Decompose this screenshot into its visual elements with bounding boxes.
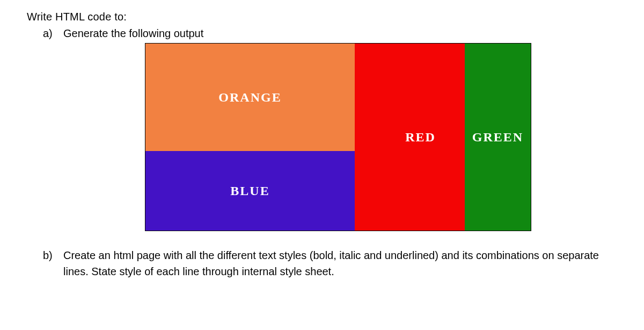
- green-cell: GREEN: [465, 44, 531, 231]
- sub-text-b: Create an html page with all the differe…: [63, 247, 617, 279]
- blue-label: BLUE: [230, 184, 269, 198]
- question-intro: Write HTML code to:: [27, 11, 617, 23]
- sub-item-b: b) Create an html page with all the diff…: [43, 247, 617, 279]
- red-label: RED: [405, 130, 436, 145]
- red-cell: RED: [355, 44, 465, 231]
- green-label: GREEN: [472, 130, 523, 145]
- blue-cell: BLUE: [145, 151, 355, 231]
- output-container: ORANGE BLUE RED GREEN: [145, 43, 531, 231]
- sub-item-a: a) Generate the following output: [43, 27, 617, 40]
- left-column: ORANGE BLUE: [145, 44, 355, 231]
- sub-letter-a: a): [43, 27, 63, 40]
- orange-label: ORANGE: [218, 90, 281, 105]
- sub-text-a: Generate the following output: [63, 27, 617, 40]
- sub-letter-b: b): [43, 247, 63, 279]
- orange-cell: ORANGE: [145, 44, 355, 151]
- color-grid: ORANGE BLUE RED GREEN: [145, 43, 531, 231]
